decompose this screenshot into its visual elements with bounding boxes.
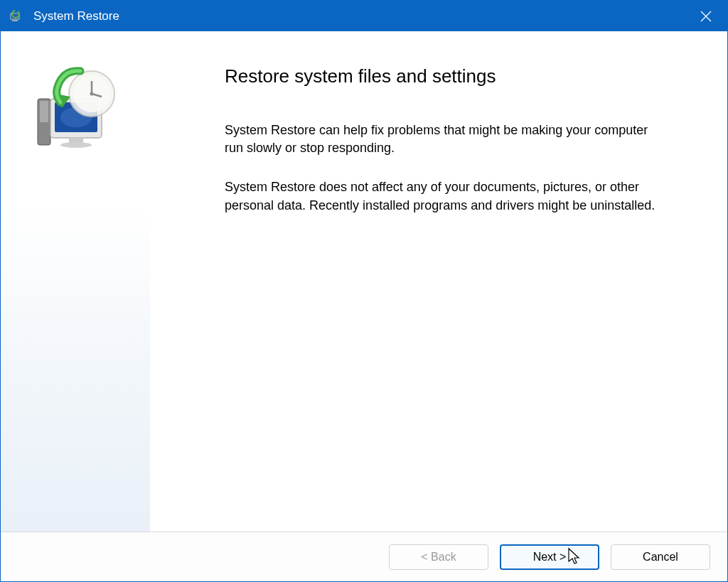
back-button: < Back <box>389 544 488 570</box>
system-restore-icon <box>8 8 25 25</box>
window-title: System Restore <box>33 9 685 23</box>
page-heading: Restore system files and settings <box>225 65 685 87</box>
intro-paragraph-2: System Restore does not affect any of yo… <box>225 178 665 214</box>
main-panel: Restore system files and settings System… <box>150 31 727 532</box>
svg-point-11 <box>60 142 92 148</box>
cancel-button[interactable]: Cancel <box>611 544 710 570</box>
svg-rect-6 <box>40 101 48 122</box>
content-area: Restore system files and settings System… <box>1 31 727 532</box>
intro-paragraph-1: System Restore can help fix problems tha… <box>225 122 665 157</box>
close-icon <box>700 11 712 22</box>
restore-illustration-icon <box>22 60 122 159</box>
close-button[interactable] <box>685 1 727 31</box>
svg-rect-2 <box>12 20 18 21</box>
titlebar: System Restore <box>1 1 727 31</box>
next-button[interactable]: Next > <box>500 544 599 570</box>
svg-point-16 <box>90 92 94 96</box>
footer: < Back Next > Cancel <box>1 532 727 581</box>
sidebar <box>1 31 150 532</box>
